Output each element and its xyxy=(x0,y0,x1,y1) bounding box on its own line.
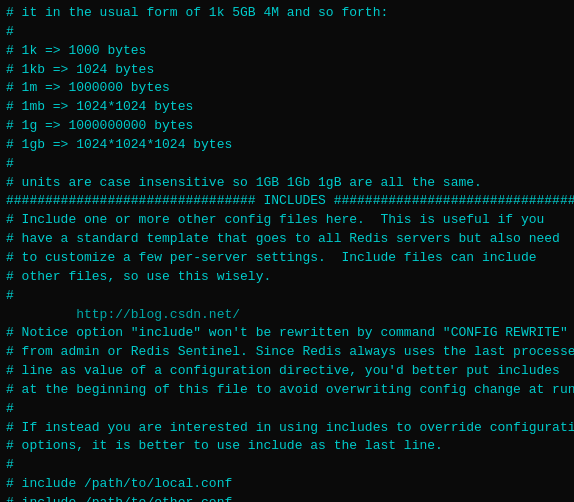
code-line: # xyxy=(6,287,568,306)
separator-line: ################################ INCLUDE… xyxy=(6,192,568,211)
code-line: # it in the usual form of 1k 5GB 4M and … xyxy=(6,4,568,23)
code-line: # 1gb => 1024*1024*1024 bytes xyxy=(6,136,568,155)
code-line: # other files, so use this wisely. xyxy=(6,268,568,287)
code-line: # xyxy=(6,155,568,174)
code-line: # options, it is better to use include a… xyxy=(6,437,568,456)
code-line: # xyxy=(6,400,568,419)
code-line: # If instead you are interested in using… xyxy=(6,419,568,438)
code-line: # include /path/to/local.conf xyxy=(6,475,568,494)
watermark-line: http://blog.csdn.net/ xyxy=(6,306,568,325)
code-line: # to customize a few per-server settings… xyxy=(6,249,568,268)
code-line: # 1mb => 1024*1024 bytes xyxy=(6,98,568,117)
code-line: # 1kb => 1024 bytes xyxy=(6,61,568,80)
terminal-window: # it in the usual form of 1k 5GB 4M and … xyxy=(0,0,574,502)
code-line: # Include one or more other config files… xyxy=(6,211,568,230)
code-line: # include /path/to/other.conf xyxy=(6,494,568,502)
code-line: # units are case insensitive so 1GB 1Gb … xyxy=(6,174,568,193)
code-line: # 1k => 1000 bytes xyxy=(6,42,568,61)
code-line: # 1m => 1000000 bytes xyxy=(6,79,568,98)
code-line: # from admin or Redis Sentinel. Since Re… xyxy=(6,343,568,362)
code-line: # xyxy=(6,456,568,475)
code-line: # Notice option "include" won't be rewri… xyxy=(6,324,568,343)
code-line: # at the beginning of this file to avoid… xyxy=(6,381,568,400)
code-line: # 1g => 1000000000 bytes xyxy=(6,117,568,136)
code-line: # xyxy=(6,23,568,42)
code-line: # have a standard template that goes to … xyxy=(6,230,568,249)
code-line: # line as value of a configuration direc… xyxy=(6,362,568,381)
